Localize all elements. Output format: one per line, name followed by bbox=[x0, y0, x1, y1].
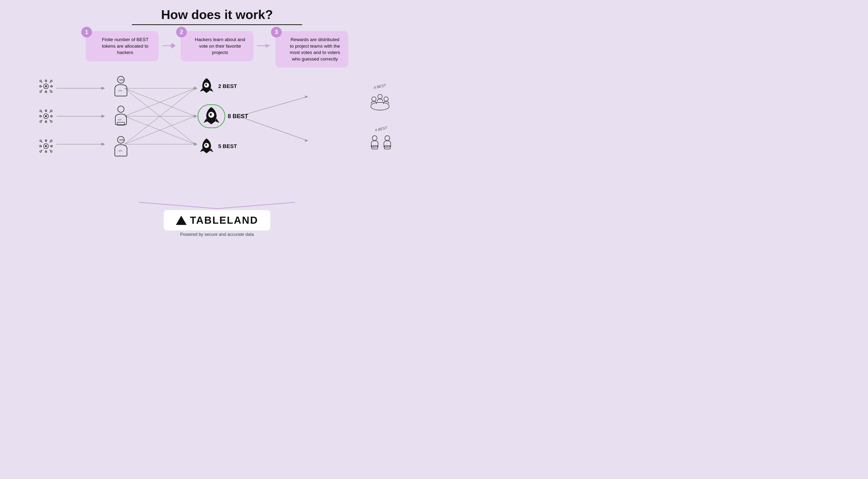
rocket-icon-1 bbox=[197, 77, 216, 95]
token-icon-3 bbox=[37, 137, 55, 155]
svg-marker-3 bbox=[101, 87, 105, 90]
voters-reward-label: 4 BEST bbox=[374, 126, 388, 132]
svg-marker-7 bbox=[101, 142, 105, 146]
title-divider bbox=[132, 24, 302, 25]
svg-line-10 bbox=[125, 88, 195, 116]
svg-point-36 bbox=[40, 80, 41, 82]
svg-marker-20 bbox=[194, 142, 197, 146]
step-3-block: 3 Rewards are distributed to project tea… bbox=[275, 31, 348, 68]
step-1-box: 1 Finite number of BEST tokens are alloc… bbox=[86, 31, 159, 61]
rocket-icon-2 bbox=[202, 106, 221, 126]
page-title: How does it work? bbox=[161, 7, 273, 22]
logo-triangle-icon bbox=[176, 216, 187, 225]
token-icon-2 bbox=[37, 107, 55, 125]
project-1-label: 2 BEST bbox=[218, 83, 237, 90]
step-arrow-2 bbox=[256, 41, 273, 51]
svg-point-78 bbox=[51, 151, 52, 153]
step-1-number: 1 bbox=[81, 27, 92, 37]
svg-point-38 bbox=[51, 80, 52, 82]
token-icon-1 bbox=[37, 77, 55, 96]
svg-point-107 bbox=[385, 136, 390, 140]
team-reward: 4 BEST bbox=[368, 86, 392, 111]
hacker-icon-3: </> </> bbox=[113, 135, 129, 157]
step-2-number: 2 bbox=[176, 27, 187, 37]
bottom-bracket bbox=[132, 202, 302, 209]
logo-name: TABLELAND bbox=[190, 215, 258, 226]
step-arrow-1 bbox=[161, 41, 178, 51]
hackers-column: </> </> </> </> </> bbox=[113, 75, 129, 158]
svg-marker-5 bbox=[101, 115, 105, 118]
svg-text:</>: </> bbox=[119, 78, 124, 82]
svg-point-100 bbox=[371, 102, 389, 110]
diagram-inner: </> </> </> </> </> bbox=[35, 75, 399, 162]
step-2-box: 2 Hackers learn about and vote on their … bbox=[181, 31, 253, 61]
svg-point-54 bbox=[40, 110, 41, 111]
voters-reward: 4 BEST </> </> bbox=[368, 128, 395, 152]
step-1-text: Finite number of BEST tokens are allocat… bbox=[102, 37, 148, 55]
hacker-icon-1: </> </> bbox=[113, 75, 129, 97]
svg-point-40 bbox=[40, 91, 41, 92]
svg-point-104 bbox=[372, 136, 377, 140]
project-3-label: 5 BEST bbox=[218, 143, 237, 150]
svg-text:</>: </> bbox=[118, 149, 122, 152]
steps-row: 1 Finite number of BEST tokens are alloc… bbox=[14, 31, 420, 68]
svg-line-17 bbox=[125, 88, 195, 144]
project-2-wrapper: 8 BEST bbox=[197, 104, 248, 128]
svg-line-18 bbox=[125, 116, 195, 144]
svg-marker-22 bbox=[305, 95, 308, 98]
svg-point-44 bbox=[45, 115, 47, 117]
svg-line-16 bbox=[125, 116, 195, 144]
svg-point-72 bbox=[40, 140, 41, 142]
rewards-column: 4 BEST 4 BEST bbox=[368, 82, 395, 155]
diagram-area: </> </> </> </> </> bbox=[14, 72, 420, 165]
svg-line-21 bbox=[239, 97, 307, 116]
svg-text:</>: </> bbox=[118, 89, 122, 92]
step-2-block: 2 Hackers learn about and vote on their … bbox=[181, 31, 253, 61]
svg-point-102 bbox=[378, 94, 382, 99]
svg-point-58 bbox=[40, 121, 41, 122]
svg-marker-1 bbox=[266, 43, 271, 48]
svg-point-103 bbox=[384, 97, 388, 101]
svg-point-56 bbox=[51, 110, 52, 111]
project-2-winner-circle bbox=[197, 104, 225, 128]
svg-marker-11 bbox=[194, 115, 197, 118]
hacker-icon-2: </> bbox=[113, 105, 129, 127]
project-3: 5 BEST bbox=[197, 137, 237, 156]
step-3-text: Rewards are distributed to project teams… bbox=[290, 37, 340, 62]
tokens-column bbox=[37, 75, 55, 158]
svg-text:</>: </> bbox=[119, 138, 124, 142]
projects-column: 2 BEST bbox=[197, 75, 248, 158]
svg-marker-9 bbox=[194, 87, 197, 90]
team-icon bbox=[368, 92, 392, 111]
step-1-block: 1 Finite number of BEST tokens are alloc… bbox=[86, 31, 159, 61]
rocket-icon-3 bbox=[197, 137, 216, 156]
logo-box: TABLELAND bbox=[164, 210, 271, 230]
page-wrapper: How does it work? 1 Finite number of BES… bbox=[0, 0, 434, 240]
svg-line-23 bbox=[239, 116, 307, 140]
step-3-box: 3 Rewards are distributed to project tea… bbox=[275, 31, 348, 68]
svg-text:</>: </> bbox=[118, 118, 122, 121]
svg-marker-24 bbox=[305, 139, 308, 142]
svg-text:</>: </> bbox=[372, 146, 376, 149]
svg-point-42 bbox=[51, 91, 52, 92]
svg-point-76 bbox=[40, 151, 41, 153]
project-1: 2 BEST bbox=[197, 77, 237, 95]
svg-point-60 bbox=[51, 121, 52, 122]
svg-point-101 bbox=[372, 97, 376, 101]
svg-point-74 bbox=[51, 140, 52, 142]
logo-tagline: Powered by secure and accurate data bbox=[180, 232, 254, 237]
svg-marker-13 bbox=[194, 142, 197, 146]
voter-icon: </> </> bbox=[368, 135, 395, 152]
bottom-section: TABLELAND Powered by secure and accurate… bbox=[14, 202, 420, 240]
project-2-label: 8 BEST bbox=[228, 113, 248, 120]
svg-text:</>: </> bbox=[385, 146, 388, 149]
svg-point-26 bbox=[45, 85, 47, 87]
svg-point-62 bbox=[45, 145, 47, 147]
step-2-text: Hackers learn about and vote on their fa… bbox=[195, 37, 245, 55]
svg-point-82 bbox=[118, 106, 124, 112]
svg-line-14 bbox=[125, 88, 195, 116]
svg-line-12 bbox=[125, 88, 195, 144]
team-reward-label: 4 BEST bbox=[373, 83, 386, 90]
step-3-number: 3 bbox=[271, 27, 282, 37]
